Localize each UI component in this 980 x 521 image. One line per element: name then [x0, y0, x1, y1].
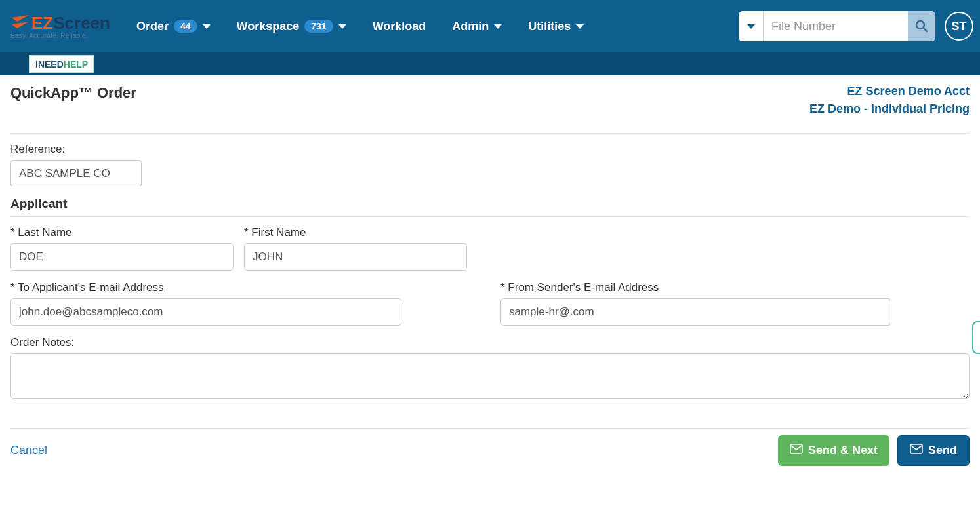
- main-nav: Order 44 Workspace 731 Workload Admin Ut…: [136, 20, 739, 33]
- nav-workspace-badge: 731: [304, 20, 333, 33]
- lastname-label: * Last Name: [10, 226, 234, 239]
- from-email-input[interactable]: [500, 298, 891, 326]
- from-email-label: * From Sender's E-mail Address: [500, 281, 891, 294]
- search-icon: [915, 20, 928, 33]
- reference-label: Reference:: [10, 143, 970, 156]
- nav-admin-label: Admin: [452, 20, 489, 33]
- logo-text-ez: EZ: [31, 13, 53, 33]
- nav-workload-label: Workload: [373, 20, 426, 33]
- chevron-down-icon: [747, 24, 755, 29]
- search-input[interactable]: [764, 20, 908, 33]
- cancel-link[interactable]: Cancel: [10, 444, 47, 457]
- help-text-1: INEED: [35, 59, 64, 69]
- envelope-icon: [910, 444, 923, 457]
- divider: [10, 216, 970, 217]
- nav-utilities[interactable]: Utilities: [528, 20, 584, 33]
- logo-text-screen: Screen: [53, 13, 110, 33]
- nav-order-badge: 44: [174, 20, 197, 33]
- help-text-2: HELP: [64, 59, 88, 69]
- svg-line-1: [924, 28, 927, 31]
- nav-admin[interactable]: Admin: [452, 20, 502, 33]
- top-navbar: EZScreen Easy. Accurate. Reliable. Order…: [0, 0, 980, 52]
- nav-workspace-label: Workspace: [237, 20, 300, 33]
- account-link-2[interactable]: EZ Demo - Individual Pricing: [809, 102, 970, 116]
- firstname-input[interactable]: [244, 243, 467, 271]
- nav-workload[interactable]: Workload: [373, 20, 426, 33]
- order-notes-label: Order Notes:: [10, 336, 970, 349]
- account-link-1[interactable]: EZ Screen Demo Acct: [809, 85, 970, 98]
- page-title: QuickApp™ Order: [10, 85, 136, 102]
- user-avatar[interactable]: ST: [945, 12, 973, 41]
- firstname-label: * First Name: [244, 226, 467, 239]
- send-button[interactable]: Send: [897, 435, 970, 466]
- chevron-down-icon: [494, 24, 502, 29]
- nav-order[interactable]: Order 44: [136, 20, 211, 33]
- envelope-icon: [790, 444, 803, 457]
- nav-order-label: Order: [136, 20, 169, 33]
- nav-workspace[interactable]: Workspace 731: [237, 20, 346, 33]
- brand-logo[interactable]: EZScreen Easy. Accurate. Reliable.: [7, 13, 110, 39]
- logo-tagline: Easy. Accurate. Reliable.: [10, 32, 110, 39]
- order-notes-textarea[interactable]: [10, 353, 970, 399]
- to-email-label: * To Applicant's E-mail Address: [10, 281, 401, 294]
- search-bar: [739, 11, 935, 41]
- avatar-initials: ST: [951, 20, 966, 33]
- chevron-down-icon: [203, 24, 211, 29]
- send-label: Send: [928, 444, 957, 457]
- applicant-section-title: Applicant: [10, 197, 970, 211]
- send-next-button[interactable]: Send & Next: [778, 435, 889, 466]
- search-type-dropdown[interactable]: [739, 11, 764, 41]
- logo-swoosh-icon: [10, 15, 30, 32]
- account-links: EZ Screen Demo Acct EZ Demo - Individual…: [809, 85, 970, 120]
- chevron-down-icon: [576, 24, 584, 29]
- page-content: QuickApp™ Order EZ Screen Demo Acct EZ D…: [0, 75, 980, 492]
- reference-input[interactable]: [10, 160, 142, 187]
- nav-utilities-label: Utilities: [528, 20, 571, 33]
- chevron-down-icon: [338, 24, 346, 29]
- help-button[interactable]: INEEDHELP: [29, 55, 94, 73]
- side-feedback-tab[interactable]: [972, 321, 980, 354]
- search-button[interactable]: [908, 11, 935, 41]
- send-next-label: Send & Next: [808, 444, 878, 457]
- lastname-input[interactable]: [10, 243, 234, 271]
- sub-navbar: INEEDHELP: [0, 52, 980, 75]
- form-footer: Cancel Send & Next Send: [10, 428, 970, 466]
- divider: [10, 133, 970, 134]
- to-email-input[interactable]: [10, 298, 401, 326]
